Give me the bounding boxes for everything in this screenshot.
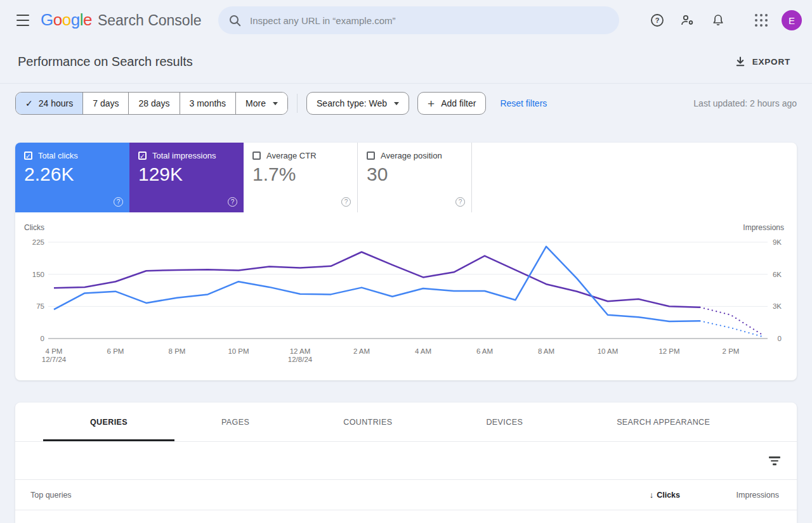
svg-text:8 PM: 8 PM — [169, 347, 186, 355]
svg-text:4 PM: 4 PM — [46, 347, 63, 355]
svg-text:6 AM: 6 AM — [476, 347, 493, 355]
column-header-top-queries: Top queries — [30, 491, 604, 500]
export-button[interactable]: EXPORT — [733, 53, 792, 70]
svg-text:8 AM: 8 AM — [538, 347, 554, 355]
vertical-divider — [297, 94, 298, 113]
time-series-chart: 00753K1506K2259KClicksImpressions4 PM12/… — [23, 223, 789, 368]
svg-text:3K: 3K — [773, 302, 782, 310]
help-icon[interactable]: ? — [114, 197, 123, 207]
filter-bar: ✓ 24 hours 7 days 28 days 3 months More … — [0, 91, 812, 116]
checkbox-checked-icon[interactable]: ✓ — [24, 152, 32, 160]
average-position-card[interactable]: ✓Average position 30 ? — [358, 143, 472, 212]
svg-text:150: 150 — [32, 271, 44, 278]
total-clicks-card[interactable]: ✓Total clicks 2.26K ? — [15, 143, 129, 212]
date-range-7-days[interactable]: 7 days — [82, 93, 128, 114]
menu-icon[interactable] — [16, 15, 29, 26]
metric-cards-row: ✓Total clicks 2.26K ? ✓Total impressions… — [15, 143, 797, 212]
table-toolbar — [15, 442, 797, 480]
help-icon[interactable]: ? — [455, 197, 465, 207]
svg-text:?: ? — [655, 16, 660, 24]
date-range-28-days[interactable]: 28 days — [128, 93, 179, 114]
plus-icon: + — [428, 98, 435, 110]
page-title: Performance on Search results — [18, 55, 193, 69]
date-range-3-months[interactable]: 3 months — [180, 93, 236, 114]
account-avatar[interactable]: E — [782, 10, 802, 30]
metric-label: Average CTR — [266, 151, 317, 160]
svg-text:12/8/24: 12/8/24 — [288, 356, 313, 363]
svg-text:225: 225 — [32, 238, 44, 246]
dimension-tabs: QUERIES PAGES COUNTRIES DEVICES SEARCH A… — [15, 403, 797, 442]
table-header-row: Top queries ↓Clicks Impressions — [15, 480, 797, 510]
help-icon[interactable]: ? — [341, 197, 351, 207]
check-icon: ✓ — [25, 98, 33, 108]
date-range-more-dropdown[interactable]: More — [235, 93, 287, 114]
date-range-24-hours[interactable]: ✓ 24 hours — [16, 93, 82, 114]
checkbox-unchecked-icon[interactable]: ✓ — [252, 152, 261, 160]
svg-text:Clicks: Clicks — [24, 223, 44, 232]
export-label: EXPORT — [752, 57, 790, 67]
total-clicks-value: 2.26K — [24, 164, 121, 185]
svg-text:10 AM: 10 AM — [598, 347, 619, 355]
total-impressions-card[interactable]: ✓Total impressions 129K ? — [129, 143, 244, 212]
google-search-console-logo[interactable]: Google Search Console — [41, 10, 202, 30]
url-inspection-searchbox[interactable] — [218, 6, 619, 34]
search-type-dropdown[interactable]: Search type: Web — [306, 92, 409, 115]
svg-text:75: 75 — [36, 302, 44, 310]
page-header: Performance on Search results EXPORT — [0, 41, 812, 84]
user-settings-icon[interactable] — [680, 13, 695, 28]
average-position-value: 30 — [367, 164, 462, 185]
chip-label: 28 days — [138, 98, 169, 108]
svg-text:12 PM: 12 PM — [658, 347, 679, 355]
chip-label: More — [246, 98, 266, 108]
search-type-label: Search type: Web — [317, 98, 387, 108]
metric-label: Average position — [381, 151, 442, 160]
metric-label: Total clicks — [38, 151, 78, 160]
svg-text:6K: 6K — [773, 271, 782, 278]
chevron-down-icon — [394, 102, 399, 105]
performance-chart: 00753K1506K2259KClicksImpressions4 PM12/… — [23, 223, 789, 368]
average-ctr-value: 1.7% — [252, 164, 348, 185]
last-updated-text: Last updated: 2 hours ago — [693, 98, 797, 108]
svg-text:4 AM: 4 AM — [415, 347, 431, 355]
chip-label: 3 months — [190, 98, 226, 108]
column-header-clicks[interactable]: ↓Clicks — [604, 490, 680, 500]
chip-label: 24 hours — [39, 98, 73, 108]
date-range-chip-group: ✓ 24 hours 7 days 28 days 3 months More — [15, 92, 288, 115]
tab-pages[interactable]: PAGES — [174, 403, 296, 441]
header-divider — [0, 83, 812, 84]
average-ctr-card[interactable]: ✓Average CTR 1.7% ? — [244, 143, 358, 212]
metric-label: Total impressions — [152, 151, 216, 160]
notifications-bell-icon[interactable] — [710, 13, 726, 28]
help-icon[interactable]: ? — [650, 13, 665, 28]
svg-text:2 PM: 2 PM — [723, 347, 740, 355]
help-icon[interactable]: ? — [228, 197, 237, 207]
svg-text:0: 0 — [41, 335, 44, 342]
svg-text:12/7/24: 12/7/24 — [42, 356, 67, 363]
url-inspection-input[interactable] — [250, 15, 609, 26]
tab-queries[interactable]: QUERIES — [43, 403, 174, 441]
dimensions-table-card: QUERIES PAGES COUNTRIES DEVICES SEARCH A… — [15, 403, 797, 523]
total-impressions-value: 129K — [138, 164, 235, 185]
checkbox-checked-icon[interactable]: ✓ — [138, 152, 147, 160]
svg-text:Impressions: Impressions — [743, 223, 784, 232]
tab-devices[interactable]: DEVICES — [439, 403, 570, 441]
checkbox-unchecked-icon[interactable]: ✓ — [367, 152, 375, 160]
svg-text:6 PM: 6 PM — [107, 347, 124, 355]
svg-text:2 AM: 2 AM — [353, 347, 370, 355]
product-name: Search Console — [98, 12, 202, 29]
add-filter-label: Add filter — [441, 98, 476, 108]
tab-search-appearance[interactable]: SEARCH APPEARANCE — [570, 403, 757, 441]
add-filter-button[interactable]: + Add filter — [417, 92, 486, 115]
table-filter-icon[interactable] — [768, 456, 781, 466]
top-app-bar: Google Search Console ? E — [0, 0, 812, 41]
column-header-impressions[interactable]: Impressions — [680, 491, 779, 500]
chip-label: 7 days — [93, 98, 119, 108]
svg-text:10 PM: 10 PM — [228, 347, 249, 355]
svg-text:9K: 9K — [773, 238, 782, 246]
google-apps-grid-icon[interactable] — [754, 13, 769, 28]
performance-chart-card: ✓Total clicks 2.26K ? ✓Total impressions… — [15, 143, 797, 380]
search-icon — [228, 14, 241, 27]
tab-countries[interactable]: COUNTRIES — [296, 403, 439, 441]
svg-text:12 AM: 12 AM — [290, 347, 311, 355]
reset-filters-link[interactable]: Reset filters — [500, 98, 547, 108]
